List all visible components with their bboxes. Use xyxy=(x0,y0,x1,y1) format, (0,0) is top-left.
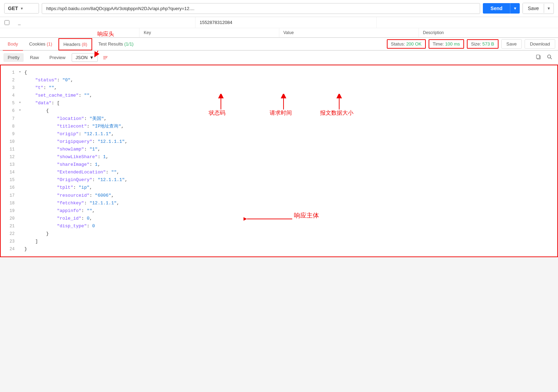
json-line: 24 } xyxy=(1,245,557,253)
search-icon xyxy=(547,54,552,60)
response-tabs-bar: Body Cookies (1) Headers (8) Test Result… xyxy=(0,38,558,51)
json-line: 8 "titlecont": "IP地址查询", xyxy=(1,123,557,130)
cookies-badge: (1) xyxy=(47,41,52,47)
json-line: 13 "shareImage": 1, xyxy=(1,161,557,169)
headers-badge: (8) xyxy=(82,42,87,47)
size-label: Size: xyxy=(471,41,481,47)
fmt-tab-pretty[interactable]: Pretty xyxy=(3,53,24,62)
save-dropdown-button[interactable]: ▼ xyxy=(544,4,553,13)
format-icons-group xyxy=(534,53,555,62)
json-line: 6▾ { xyxy=(1,107,557,115)
status-box: Status: 200 OK xyxy=(387,39,426,49)
json-line: 10 "origipquery": "12.1.1.1", xyxy=(1,138,557,146)
wrap-button[interactable] xyxy=(100,53,111,62)
test-results-badge: (1/1) xyxy=(124,41,134,47)
key-value: _ xyxy=(18,20,21,25)
format-dropdown-label: JSON xyxy=(75,55,88,60)
json-line: 5▾ "data": [ xyxy=(1,99,557,107)
send-button-group: Send ▼ xyxy=(483,3,520,14)
search-button[interactable] xyxy=(545,53,555,62)
status-label: Status: xyxy=(391,41,405,47)
json-line: 11 "showlamp": "1", xyxy=(1,146,557,153)
column-headers: Key Value Description xyxy=(0,28,558,38)
copy-icon xyxy=(536,54,541,60)
method-chevron-icon: ▼ xyxy=(20,7,24,10)
format-dropdown[interactable]: JSON ▼ xyxy=(72,53,98,62)
key-col-header: Key xyxy=(140,28,279,37)
json-line: 15 "OriginQuery": "12.1.1.1", xyxy=(1,176,557,184)
json-line: 9 "origip": "12.1.1.1", xyxy=(1,130,557,138)
description-cell xyxy=(377,20,558,25)
key-cell: _ xyxy=(14,17,196,28)
top-bar: GET ▼ Send ▼ Save ▼ xyxy=(0,0,558,17)
method-selector[interactable]: GET ▼ xyxy=(4,3,39,14)
fmt-tab-raw[interactable]: Raw xyxy=(26,53,43,62)
url-input[interactable] xyxy=(42,3,480,14)
time-value: 100 ms xyxy=(445,41,460,47)
json-line: 3 "t": "", xyxy=(1,84,557,92)
json-line: 16 "tplt": "ip", xyxy=(1,184,557,191)
send-dropdown-button[interactable]: ▼ xyxy=(510,3,520,14)
json-line: 4 "set_cache_time": "", xyxy=(1,92,557,99)
format-bar: Pretty Raw Preview JSON ▼ xyxy=(0,51,558,65)
row-checkbox[interactable] xyxy=(5,20,9,25)
fold-arrow[interactable]: ▾ xyxy=(19,69,23,76)
value-cell: 1552878312084 xyxy=(196,17,377,28)
download-button[interactable]: Download xyxy=(525,39,555,49)
description-col-header: Description xyxy=(419,28,558,37)
format-dropdown-chevron: ▼ xyxy=(89,55,94,60)
time-label: Time: xyxy=(433,41,444,47)
value-text: 1552878312084 xyxy=(200,20,232,25)
svg-point-9 xyxy=(548,55,551,58)
tab-headers[interactable]: Headers (8) xyxy=(58,38,92,50)
tab-test-results[interactable]: Test Results (1/1) xyxy=(94,38,138,51)
json-line: 14 "ExtendedLocation": "", xyxy=(1,169,557,176)
copy-button[interactable] xyxy=(534,53,543,62)
header-table-area: _ 1552878312084 Key Value Description xyxy=(0,17,558,38)
json-line: 19 "appinfo": "", xyxy=(1,207,557,215)
save-button-group: Save ▼ xyxy=(523,3,554,14)
json-line: 20 "role_id": 0, xyxy=(1,215,557,222)
svg-line-10 xyxy=(550,58,552,59)
size-value: 573 B xyxy=(483,41,494,47)
send-button[interactable]: Send xyxy=(483,3,510,14)
json-line: 23 ] xyxy=(1,238,557,245)
tab-body[interactable]: Body xyxy=(3,38,23,51)
json-line: 21 "disp_type": 0 xyxy=(1,222,557,230)
json-content-area[interactable]: 1▾{2 "status": "0",3 "t": "",4 "set_cach… xyxy=(0,65,558,257)
status-value: 200 OK xyxy=(406,41,422,47)
save-button[interactable]: Save xyxy=(523,3,544,14)
json-line: 17 "resourceid": "6006", xyxy=(1,192,557,199)
wrap-icon xyxy=(103,55,108,60)
svg-rect-8 xyxy=(536,55,540,58)
row-checkbox-cell xyxy=(0,17,14,28)
size-box: Size: 573 B xyxy=(467,39,499,49)
fold-arrow[interactable]: ▾ xyxy=(19,99,23,107)
json-line: 22 } xyxy=(1,230,557,238)
status-info-group: Status: 200 OK Time: 100 ms Size: 573 B … xyxy=(387,39,555,49)
fold-arrow[interactable]: ▾ xyxy=(19,107,23,115)
checkbox-col-header xyxy=(0,28,140,37)
value-col-header: Value xyxy=(279,28,419,37)
json-line: 1▾{ xyxy=(1,69,557,76)
save-response-button[interactable]: Save xyxy=(501,39,522,49)
json-line: 7 "location": "美国", xyxy=(1,115,557,123)
json-line: 2 "status": "0", xyxy=(1,76,557,84)
json-line: 18 "fetchkey": "12.1.1.1", xyxy=(1,199,557,207)
tab-cookies[interactable]: Cookies (1) xyxy=(24,38,57,51)
method-label: GET xyxy=(8,6,18,11)
json-line: 12 "showLikeShare": 1, xyxy=(1,153,557,161)
time-box: Time: 100 ms xyxy=(429,39,464,49)
header-data-row: _ 1552878312084 xyxy=(0,17,558,28)
fmt-tab-preview[interactable]: Preview xyxy=(45,53,70,62)
